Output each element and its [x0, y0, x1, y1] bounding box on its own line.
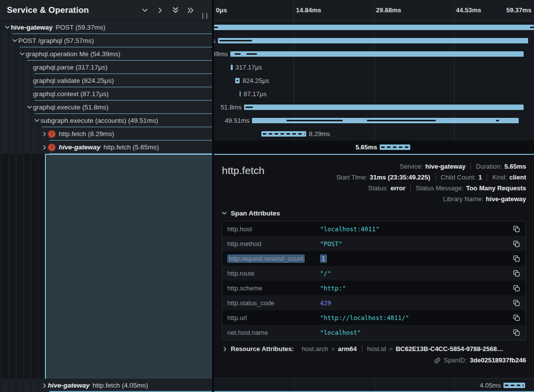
span-bar[interactable]: [261, 131, 306, 137]
meta-pair: Status:error: [363, 184, 411, 192]
chevron-down-icon[interactable]: [19, 52, 26, 56]
tree-row[interactable]: graphql.parse (317.17μs): [0, 61, 212, 74]
attr-key: net.host.name: [227, 329, 320, 336]
copy-button[interactable]: [512, 239, 521, 248]
span-label: http.fetch (4.05ms): [93, 382, 148, 389]
attr-key: http.host: [227, 225, 320, 233]
meta-label: Duration:: [476, 163, 502, 170]
span-label: graphql.operation Me (54.39ms): [26, 50, 120, 58]
copy-icon: [513, 225, 520, 233]
attr-row: http.method"POST": [222, 236, 526, 251]
chevron-right-icon[interactable]: [41, 145, 48, 150]
chevron-right-icon: [222, 347, 228, 352]
panel-resize-handle[interactable]: ||: [201, 12, 209, 19]
timeline-row[interactable]: 8.29ms: [214, 127, 534, 141]
copy-icon: [513, 299, 520, 307]
meta-pair: Start Time:31ms (23:35:49.225): [331, 174, 435, 181]
span-bar[interactable]: [244, 105, 524, 110]
meta-label: Kind:: [492, 174, 507, 181]
span-attributes-header[interactable]: Span Attributes: [214, 204, 534, 221]
timeline-row[interactable]: 824.25μs: [214, 74, 534, 87]
chevron-right-icon[interactable]: [41, 383, 48, 388]
span-bar[interactable]: [503, 383, 525, 388]
tree-row[interactable]: graphql.operation Me (54.39ms): [0, 47, 212, 61]
trace-viewer: Service & Operation || hive-gatewayPOST …: [0, 0, 534, 392]
meta-value: 1: [478, 174, 482, 181]
copy-button[interactable]: [512, 313, 521, 322]
timeline-row[interactable]: 87.17μs: [214, 87, 534, 101]
span-id-row: SpanID: 3de02518937fb246: [214, 354, 534, 364]
timeline-row[interactable]: 54.39ms: [214, 47, 534, 61]
meta-value: client: [509, 174, 526, 181]
sub-span-dashes: [505, 385, 524, 386]
tree-row[interactable]: graphql.execute (51.8ms): [0, 101, 212, 114]
self-time-segment: [214, 27, 218, 28]
chevron-down-icon[interactable]: [4, 26, 11, 29]
attr-value: "localhost": [320, 329, 508, 336]
chevron-down-icon[interactable]: [142, 7, 148, 14]
timeline-row[interactable]: [214, 21, 534, 34]
selected-text: 1: [320, 254, 327, 263]
span-bar[interactable]: [214, 25, 534, 30]
timeline-row[interactable]: 4.05ms: [214, 379, 534, 392]
timeline-row[interactable]: 317.17μs: [214, 61, 534, 74]
span-tree-panel: Service & Operation || hive-gatewayPOST …: [0, 0, 212, 392]
copy-button[interactable]: [512, 269, 521, 278]
sub-span-dashes: [237, 80, 238, 81]
indent-guide: [1, 154, 1, 379]
tree-row[interactable]: POST /graphql (57.57ms): [0, 34, 212, 47]
tree-row[interactable]: hive-gatewayPOST (59.37ms): [0, 21, 212, 34]
tree-row[interactable]: !http.fetch (8.29ms): [0, 127, 212, 141]
span-bar[interactable]: [380, 144, 410, 150]
tree-row[interactable]: hive-gatewayhttp.fetch (4.05ms): [0, 379, 212, 392]
tree-row[interactable]: graphql.validate (824.25μs): [0, 74, 212, 87]
span-label: POST /graphql (57.57ms): [18, 37, 94, 44]
span-bar[interactable]: [252, 118, 519, 123]
detail-meta-line: Status:errorStatus Message:Too Many Requ…: [363, 182, 527, 193]
span-bar[interactable]: [231, 65, 233, 70]
meta-value: 5.65ms: [504, 163, 526, 170]
ruler-tick-label: 0μs: [216, 6, 227, 14]
resource-attribute: host.id=BC62E13B-C4CC-5854-9788-2568…: [362, 345, 508, 353]
span-id-value: 3de02518937fb246: [470, 356, 526, 364]
timeline-row[interactable]: 51.8ms: [214, 101, 534, 114]
tree-row[interactable]: subgraph.execute (accounts) (49.51ms): [0, 114, 212, 127]
chevron-right-icon[interactable]: [157, 7, 164, 14]
span-label: graphql.execute (51.8ms): [33, 104, 108, 111]
span-bar[interactable]: [240, 91, 241, 97]
meta-label: Start Time:: [336, 174, 367, 181]
chevron-down-icon[interactable]: [11, 39, 18, 42]
tree-row[interactable]: !hive-gatewayhttp.fetch (5.65ms): [0, 141, 212, 154]
double-chevron-down-icon[interactable]: [172, 7, 179, 14]
sub-span-dashes: [263, 133, 305, 135]
double-chevron-right-icon[interactable]: [187, 7, 194, 14]
copy-button[interactable]: [512, 224, 521, 233]
bar-duration-label: 4.05ms: [480, 379, 501, 392]
detail-meta: Service:hive-gatewayDuration:5.65msStart…: [264, 161, 526, 204]
timeline-row[interactable]: 5.65ms: [214, 141, 534, 154]
chevron-right-icon[interactable]: [41, 132, 48, 137]
copy-button[interactable]: [512, 328, 521, 337]
meta-pair: Status Message:Too Many Requests: [410, 184, 526, 192]
tree-row[interactable]: graphql.context (87.17μs): [0, 87, 212, 101]
span-bar[interactable]: [230, 51, 524, 57]
resource-attributes-row[interactable]: Resource Attributes: host.arch=arm64host…: [214, 340, 534, 354]
link-icon[interactable]: [434, 357, 441, 364]
copy-button[interactable]: [512, 254, 521, 263]
self-time-segment: [367, 120, 436, 121]
detail-meta-line: Start Time:31ms (23:35:49.225)Child Coun…: [331, 172, 526, 182]
error-icon: !: [48, 143, 56, 151]
equals-sign: =: [389, 345, 393, 353]
timeline-row[interactable]: 57.57ms: [214, 34, 534, 47]
copy-button[interactable]: [512, 284, 521, 292]
span-bar[interactable]: [235, 78, 240, 83]
chevron-down-icon[interactable]: [26, 106, 33, 109]
timeline-row[interactable]: 49.51ms: [214, 114, 534, 127]
span-label: http.fetch (5.65ms): [104, 143, 159, 151]
bar-duration-label: 8.29ms: [309, 127, 330, 141]
copy-button[interactable]: [512, 298, 521, 307]
meta-label: Status:: [368, 184, 388, 192]
self-time-segment: [530, 27, 534, 28]
chevron-down-icon[interactable]: [34, 119, 40, 122]
span-bar[interactable]: [218, 38, 528, 43]
